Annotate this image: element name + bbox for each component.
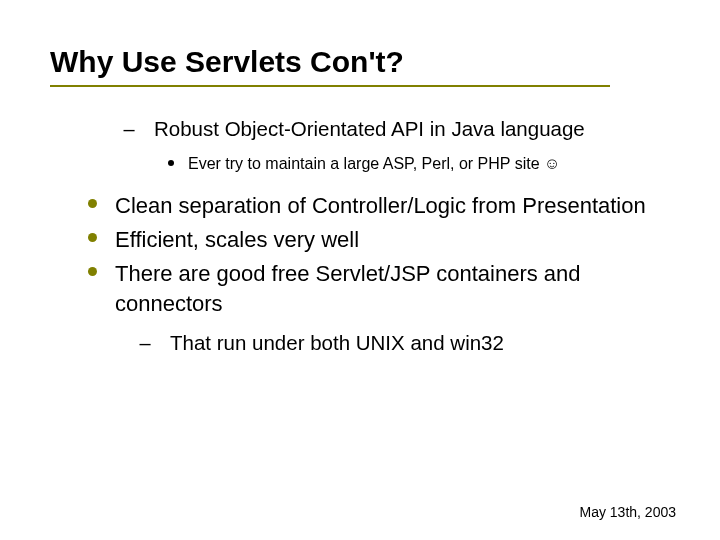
slide: Why Use Servlets Con't? – Robust Object-… [0, 0, 720, 540]
sub-sub-bullet-1-text: Ever try to maintain a large ASP, Perl, … [188, 153, 560, 175]
main-bullet-3-sub: – That run under both UNIX and win32 [80, 329, 670, 357]
dash-icon: – [122, 115, 136, 143]
main-bullet-3: There are good free Servlet/JSP containe… [80, 259, 670, 319]
sub-bullet-1-text: Robust Object-Orientated API in Java lan… [154, 115, 585, 143]
main-bullet-3-sub-text: That run under both UNIX and win32 [170, 329, 504, 357]
main-bullet-2-text: Efficient, scales very well [115, 225, 359, 255]
dash-icon: – [138, 329, 152, 357]
slide-title: Why Use Servlets Con't? [50, 45, 670, 79]
bullet-icon [168, 160, 174, 166]
main-bullet-3-text: There are good free Servlet/JSP containe… [115, 259, 670, 319]
bullet-icon [88, 233, 97, 242]
footer-date: May 13th, 2003 [579, 504, 676, 520]
bullet-icon [88, 199, 97, 208]
content-area: – Robust Object-Orientated API in Java l… [50, 115, 670, 357]
sub-sub-bullet-1: Ever try to maintain a large ASP, Perl, … [80, 153, 670, 175]
title-underline [50, 85, 610, 87]
sub-bullet-1: – Robust Object-Orientated API in Java l… [80, 115, 670, 143]
main-bullet-1: Clean separation of Controller/Logic fro… [80, 191, 670, 221]
main-bullet-1-text: Clean separation of Controller/Logic fro… [115, 191, 646, 221]
main-bullet-2: Efficient, scales very well [80, 225, 670, 255]
bullet-icon [88, 267, 97, 276]
